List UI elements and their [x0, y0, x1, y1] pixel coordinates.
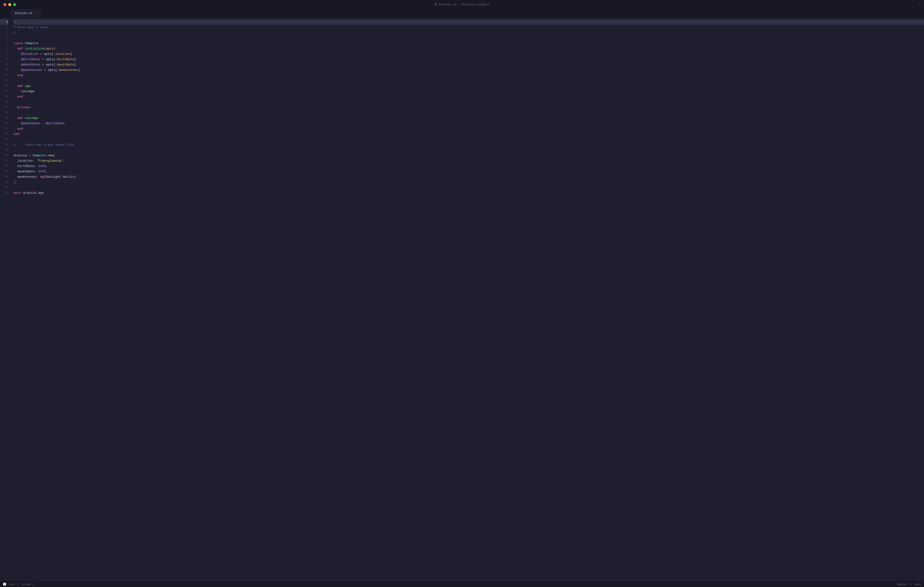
tab-dracula[interactable]: dracula.rb ×	[11, 10, 41, 17]
code-line-11: end	[13, 73, 924, 78]
line-number-6: 6	[0, 46, 8, 51]
statusbar-right: Spaces: 2 Ruby	[897, 583, 921, 586]
code-line-21: end	[13, 126, 924, 132]
code-line-27: location: 'Transylvania',	[13, 158, 924, 164]
language-indicator[interactable]: Ruby	[915, 583, 921, 586]
cursor-position: Line 1, Column 1	[9, 583, 35, 586]
line-number-26: 26	[0, 153, 8, 158]
line-number-3: 3	[0, 30, 8, 35]
code-line-29: deathDate: 1476,	[13, 169, 924, 174]
nav-arrows: ‹ ›	[2, 20, 5, 22]
line-number-2: 2	[0, 25, 8, 30]
tab-close-button[interactable]: ×	[34, 12, 38, 15]
close-button[interactable]	[3, 3, 6, 6]
line-number-4: 4	[0, 35, 8, 41]
minimize-button[interactable]	[8, 3, 11, 6]
code-line-19: def calcAge	[13, 116, 924, 121]
code-line-5: class Vampire	[13, 41, 924, 46]
screen-reader-icon: ⬜	[3, 583, 6, 586]
code-line-9: @deathDate = opts[:deathDate]	[13, 62, 924, 68]
code-line-15: end	[13, 94, 924, 99]
line-number-30: 30	[0, 174, 8, 180]
line-number-12: 12	[0, 78, 8, 84]
line-number-9: 9	[0, 62, 8, 68]
statusbar-left: ⬜ Line 1, Column 1	[3, 583, 35, 586]
code-line-13: def age	[13, 84, 924, 89]
line-number-14: 14	[0, 89, 8, 94]
code-line-1: #	[13, 20, 924, 25]
code-line-18	[13, 110, 924, 116]
titlebar-title: 🗒 dracula.rb — dracula-snippets	[435, 3, 489, 6]
maximize-button[interactable]	[13, 3, 16, 6]
line-number-28: 28	[0, 164, 8, 169]
code-line-28: birthDate: 1428,	[13, 164, 924, 169]
statusbar: ⬜ Line 1, Column 1 Spaces: 2 Ruby	[0, 581, 924, 587]
line-number-7: 7	[0, 51, 8, 57]
titlebar: 🗒 dracula.rb — dracula-snippets ▾	[0, 0, 924, 9]
code-line-16	[13, 99, 924, 105]
code-line-2: # Once upon a time ...	[13, 25, 924, 30]
code-area[interactable]: # # Once upon a time ... # class Vampire…	[11, 17, 924, 581]
line-number-24: 24	[0, 142, 8, 147]
line-number-19: 19	[0, 116, 8, 121]
line-number-27: 27	[0, 158, 8, 164]
line-number-10: 10	[0, 68, 8, 73]
code-line-30: weaknesses: %w[Sunlight Garlic]	[13, 174, 924, 180]
code-line-3: #	[13, 30, 924, 35]
line-number-20: 20	[0, 121, 8, 126]
line-number-21: 21	[0, 126, 8, 132]
line-numbers: 1 2 3 4 5 6 7 8 9 10 11 12 13 14 15 16 1…	[0, 17, 11, 581]
code-line-4	[13, 35, 924, 41]
line-number-18: 18	[0, 110, 8, 116]
code-line-14: calcAge	[13, 89, 924, 94]
code-line-25	[13, 147, 924, 153]
file-icon: 🗒	[435, 3, 437, 6]
code-line-17: private	[13, 105, 924, 110]
traffic-lights	[3, 3, 16, 6]
nav-forward[interactable]: ›	[3, 20, 5, 22]
code-line-31: )	[13, 180, 924, 185]
line-number-32: 32	[0, 185, 8, 190]
code-line-23	[13, 137, 924, 142]
line-number-17: 17	[0, 105, 8, 110]
code-line-26: dracula = Vampire.new(	[13, 153, 924, 158]
line-number-31: 31	[0, 180, 8, 185]
code-line-10: @weaknesses = opts[:weaknesses]	[13, 68, 924, 73]
nav-back[interactable]: ‹	[2, 20, 3, 22]
editor: 1 2 3 4 5 6 7 8 9 10 11 12 13 14 15 16 1…	[0, 17, 924, 581]
code-line-24: # ... there was a guy named Vlad	[13, 142, 924, 147]
line-number-13: 13	[0, 84, 8, 89]
code-line-7: @location = opts[:location]	[13, 51, 924, 57]
title-dropdown[interactable]: ▾	[919, 3, 921, 6]
code-line-6: def initialize(opts)	[13, 46, 924, 51]
line-number-22: 22	[0, 132, 8, 137]
tabbar: ‹ › dracula.rb ×	[0, 9, 924, 17]
line-number-5: 5	[0, 41, 8, 46]
line-number-33: 33	[0, 190, 8, 196]
code-line-20: @deathDate - @birthDate	[13, 121, 924, 126]
line-number-11: 11	[0, 73, 8, 78]
line-number-8: 8	[0, 57, 8, 62]
code-line-8: @birthDate = opts[:birthDate]	[13, 57, 924, 62]
line-number-29: 29	[0, 169, 8, 174]
code-line-33: puts dracula.age	[13, 190, 924, 196]
line-number-23: 23	[0, 137, 8, 142]
spaces-indicator[interactable]: Spaces: 2	[897, 583, 911, 586]
line-number-16: 16	[0, 99, 8, 105]
code-line-22: end	[13, 132, 924, 137]
code-line-32	[13, 185, 924, 190]
line-number-25: 25	[0, 147, 8, 153]
code-line-12	[13, 78, 924, 84]
line-number-15: 15	[0, 94, 8, 99]
tab-label: dracula.rb	[15, 12, 32, 15]
